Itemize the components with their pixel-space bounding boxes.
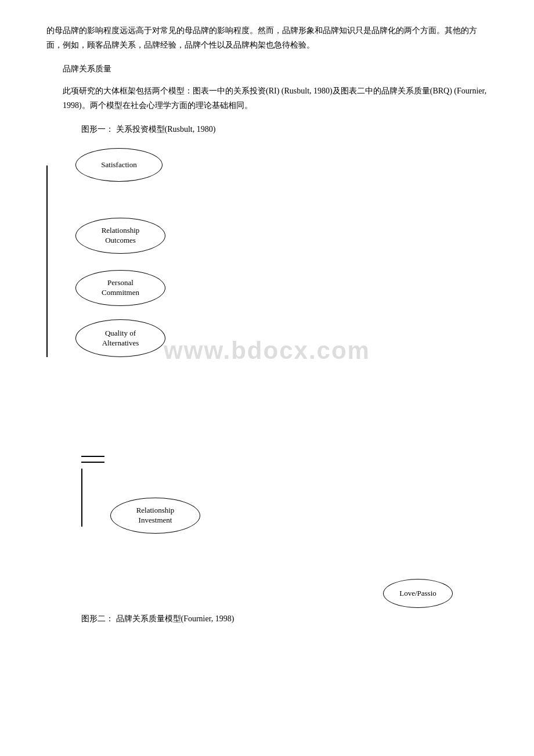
main-paragraph: 的母品牌的影响程度远远高于对常见的母品牌的影响程度。然而，品牌形象和品牌知识只是… — [46, 23, 488, 52]
diagram2: Relationship Investment — [81, 469, 488, 573]
figure2-label: 图形二： 品牌关系质量模型(Fournier, 1998) — [81, 611, 488, 626]
personal-commitment-oval: Personal Commitmen — [75, 270, 165, 306]
quality-alternatives-oval: Quality of Alternatives — [75, 319, 165, 357]
personal-commitment-label: Personal Commitmen — [102, 278, 139, 298]
vertical-line-1 — [46, 165, 48, 357]
quality-alternatives-label: Quality of Alternatives — [102, 329, 139, 348]
satisfaction-oval: Satisfaction — [75, 148, 163, 182]
short-line-1 — [81, 456, 104, 457]
relationship-outcomes-label: Relationship Outcomes — [102, 226, 140, 246]
relationship-outcomes-oval: Relationship Outcomes — [75, 218, 165, 254]
figure1-label: 图形一： 关系投资模型(Rusbult, 1980) — [81, 122, 488, 136]
divider-lines — [81, 456, 488, 463]
relationship-investment-label: Relationship Investment — [136, 506, 175, 525]
love-passio-oval: Love/Passio — [383, 579, 453, 608]
relationship-investment-oval: Relationship Investment — [110, 498, 200, 534]
love-passio-label: Love/Passio — [399, 589, 436, 599]
section-title: 品牌关系质量 — [63, 62, 488, 76]
short-line-2 — [81, 462, 104, 463]
vertical-line-2 — [81, 469, 82, 527]
section-body: 此项研究的大体框架包括两个模型：图表一中的关系投资(RI) (Rusbult, … — [63, 84, 488, 113]
diagram1: Satisfaction Relationship Outcomes Perso… — [46, 148, 488, 438]
satisfaction-label: Satisfaction — [101, 160, 136, 170]
figure2-section: Love/Passio 图形二： 品牌关系质量模型(Fournier, 1998… — [46, 579, 488, 626]
